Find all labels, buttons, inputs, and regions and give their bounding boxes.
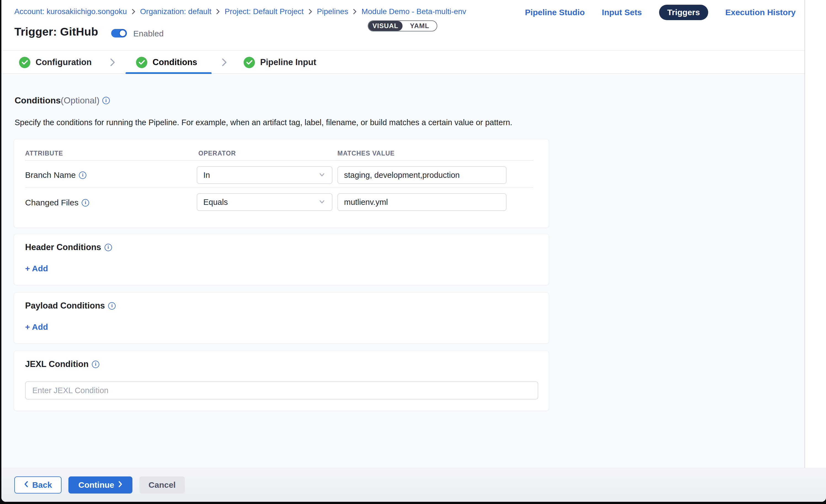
add-payload-condition-button[interactable]: + Add <box>25 322 48 332</box>
chevron-right-icon <box>353 8 357 15</box>
breadcrumb-organization[interactable]: Organization: default <box>140 7 211 16</box>
divider <box>25 187 533 188</box>
back-label: Back <box>32 480 52 490</box>
conditions-table-card: ATTRIBUTE OPERATOR MATCHES VALUE Branch … <box>14 139 549 228</box>
row-label-changed-files: Changed Files <box>25 198 89 207</box>
tab-conditions[interactable]: Conditions <box>136 51 197 74</box>
info-icon[interactable] <box>79 172 86 179</box>
title-text: Header Conditions <box>25 242 101 252</box>
tab-configuration[interactable]: Configuration <box>19 51 92 74</box>
pipeline-nav: Pipeline Studio Input Sets Triggers Exec… <box>525 0 795 25</box>
payload-conditions-title: Payload Conditions <box>25 301 116 311</box>
nav-input-sets[interactable]: Input Sets <box>602 8 642 17</box>
breadcrumb-pipeline-name[interactable]: Module Demo - Beta-multi-env <box>361 7 466 16</box>
visual-yaml-switch: VISUAL YAML <box>368 20 437 32</box>
column-header-attribute: ATTRIBUTE <box>25 150 63 157</box>
yaml-tab[interactable]: YAML <box>403 21 437 31</box>
matches-value-input-changed-files[interactable] <box>338 193 507 211</box>
breadcrumb-project[interactable]: Project: Default Project <box>225 7 303 16</box>
chevron-right-icon <box>131 8 136 15</box>
title-text: Payload Conditions <box>25 301 105 311</box>
selected-operator: Equals <box>203 198 318 207</box>
footer-bar: Back Continue Cancel <box>1 468 826 502</box>
attribute-label: Branch Name <box>25 170 75 180</box>
info-icon[interactable] <box>82 199 89 206</box>
info-icon[interactable] <box>92 361 99 368</box>
matches-value-input-branch-name[interactable] <box>338 166 507 184</box>
add-header-condition-button[interactable]: + Add <box>25 264 48 273</box>
info-icon[interactable] <box>108 302 116 310</box>
payload-conditions-card: Payload Conditions + Add <box>14 292 549 343</box>
header-conditions-card: Header Conditions + Add <box>14 234 549 285</box>
tab-label: Pipeline Input <box>260 57 316 67</box>
column-header-matches-value: MATCHES VALUE <box>338 150 395 157</box>
row-label-branch-name: Branch Name <box>25 170 86 180</box>
chevron-down-icon <box>318 171 326 180</box>
operator-select-branch-name[interactable]: In <box>197 166 333 184</box>
check-circle-icon <box>136 57 147 68</box>
page-title: Trigger: GitHub <box>14 25 98 38</box>
divider <box>25 160 533 161</box>
section-title-optional: (Optional) <box>61 96 100 106</box>
jexl-condition-input[interactable] <box>25 381 538 399</box>
breadcrumb-account[interactable]: Account: kurosakiichigo.songoku <box>14 7 127 16</box>
tab-label: Conditions <box>153 57 197 67</box>
visual-tab[interactable]: VISUAL <box>368 21 403 31</box>
jexl-condition-title: JEXL Condition <box>25 359 99 369</box>
tab-pipeline-input[interactable]: Pipeline Input <box>244 51 316 74</box>
info-icon[interactable] <box>105 244 112 251</box>
page-header: Account: kurosakiichigo.songoku Organiza… <box>1 0 826 51</box>
chevron-left-icon <box>24 480 28 490</box>
chevron-right-icon <box>110 58 116 68</box>
nav-execution-history[interactable]: Execution History <box>725 8 795 17</box>
chevron-right-icon <box>221 58 227 68</box>
chevron-right-icon <box>118 480 122 490</box>
check-circle-icon <box>19 57 31 68</box>
title-text: JEXL Condition <box>25 359 88 369</box>
cancel-button[interactable]: Cancel <box>139 477 185 494</box>
check-circle-icon <box>244 57 255 68</box>
jexl-condition-card: JEXL Condition <box>14 351 549 411</box>
continue-label: Continue <box>78 480 114 490</box>
toggle-knob <box>119 29 126 37</box>
scrollbar-track[interactable] <box>805 0 826 468</box>
column-header-operator: OPERATOR <box>198 150 236 157</box>
selected-operator: In <box>203 171 318 180</box>
app-window: Account: kurosakiichigo.songoku Organiza… <box>1 0 826 502</box>
breadcrumb-pipelines[interactable]: Pipelines <box>317 7 348 16</box>
attribute-label: Changed Files <box>25 198 78 207</box>
chevron-down-icon <box>318 198 326 206</box>
continue-button[interactable]: Continue <box>68 477 132 494</box>
header-conditions-title: Header Conditions <box>25 242 112 252</box>
info-icon[interactable] <box>102 97 110 104</box>
section-title-text: Conditions <box>15 96 61 106</box>
back-button[interactable]: Back <box>14 477 62 494</box>
wizard-tabbar: Configuration Conditions Pipeline Input <box>1 51 826 74</box>
nav-triggers[interactable]: Triggers <box>659 5 708 20</box>
enabled-toggle[interactable] <box>111 29 127 38</box>
enabled-label: Enabled <box>133 29 164 38</box>
conditions-panel: Conditions(Optional) Specify the conditi… <box>1 74 826 468</box>
cancel-label: Cancel <box>149 480 175 490</box>
tab-label: Configuration <box>36 57 92 67</box>
section-title: Conditions(Optional) <box>15 96 110 106</box>
chevron-right-icon <box>216 8 220 15</box>
chevron-right-icon <box>308 8 312 15</box>
operator-select-changed-files[interactable]: Equals <box>197 193 333 211</box>
section-description: Specify the conditions for running the P… <box>15 118 512 127</box>
nav-pipeline-studio[interactable]: Pipeline Studio <box>525 8 585 17</box>
breadcrumb: Account: kurosakiichigo.songoku Organiza… <box>14 7 466 16</box>
